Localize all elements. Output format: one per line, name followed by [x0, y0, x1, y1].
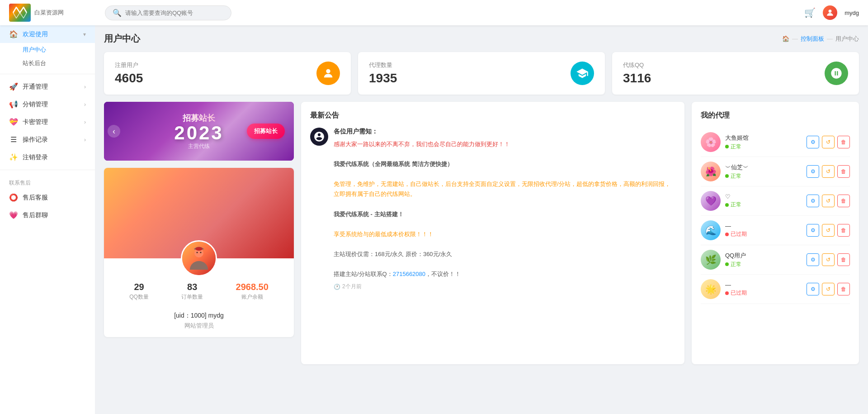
- right-column: 我的代理 🌸 大鱼姬馆 正常 ⚙ ↺ 🗑 🌺: [692, 102, 859, 364]
- stat-label-registered: 注册用户: [115, 61, 143, 69]
- sidebar-item-distribution[interactable]: 📢 分销管理 ›: [0, 95, 95, 113]
- agent-delete-btn[interactable]: 🗑: [837, 283, 850, 295]
- agents-list: 🌸 大鱼姬馆 正常 ⚙ ↺ 🗑 🌺 ︶仙芝︶: [701, 128, 850, 304]
- user-avatar[interactable]: [823, 5, 837, 20]
- agent-item: 🌟 — 已过期 ⚙ ↺ 🗑: [701, 275, 850, 304]
- logout-icon: ✨: [9, 153, 18, 162]
- profile-role: 网站管理员: [104, 322, 294, 337]
- sidebar-item-card-manage[interactable]: 💝 卡密管理 ›: [0, 113, 95, 131]
- svg-point-4: [200, 252, 202, 253]
- profile-card: 29 QQ数量 83 订单数量 2968.50 账户余额 [uid：1000] …: [104, 168, 294, 337]
- search-bar[interactable]: 🔍: [105, 5, 231, 20]
- status-dot: [725, 145, 729, 148]
- breadcrumb-home-icon[interactable]: 🏠: [782, 35, 789, 42]
- agent-actions: ⚙ ↺ 🗑: [807, 165, 850, 178]
- ann-time: 🕐 2个月前: [334, 283, 675, 290]
- stat-info-agents: 代理数量 1935: [369, 61, 397, 86]
- logo-text: 白菜资源网: [34, 9, 64, 17]
- agent-item: 🌺 ︶仙芝︶ 正常 ⚙ ↺ 🗑: [701, 157, 850, 186]
- stat-value-agents: 1935: [369, 71, 397, 86]
- agent-avatar: 🌟: [701, 279, 721, 299]
- stat-label-agents: 代理数量: [369, 61, 397, 69]
- banner-sub-text: 主营代练: [174, 143, 223, 150]
- ann-line-3: 免管理，免维护，无需建站，自己做站长，后台支持全页面自定义设置，无限招收代理/分…: [334, 179, 675, 199]
- agent-info: — 已过期: [725, 223, 802, 238]
- sidebar-item-logout[interactable]: ✨ 注销登录: [0, 148, 95, 166]
- svg-rect-5: [195, 247, 203, 251]
- agent-status: 正常: [725, 201, 802, 209]
- sidebar-item-open-manage[interactable]: 🚀 开通管理 ›: [0, 78, 95, 95]
- status-dot: [725, 233, 729, 236]
- agent-status: 正常: [725, 172, 802, 180]
- agent-refresh-btn[interactable]: ↺: [822, 136, 835, 148]
- profile-qq-value: 29: [129, 282, 149, 292]
- agent-settings-btn[interactable]: ⚙: [807, 136, 819, 148]
- ann-notice-label: 各位用户需知：: [334, 128, 675, 136]
- agent-status: 已过期: [725, 289, 802, 297]
- agent-settings-btn[interactable]: ⚙: [807, 224, 819, 237]
- sidebar-item-operation-log[interactable]: ☰ 操作记录 ›: [0, 131, 95, 148]
- banner-prev-btn[interactable]: ‹: [108, 125, 120, 138]
- agent-delete-btn[interactable]: 🗑: [837, 224, 850, 237]
- banner-card: ‹ 招募站长 2023 主营代练 招募站长: [104, 102, 294, 161]
- agent-status: 正常: [725, 261, 802, 268]
- agent-actions: ⚙ ↺ 🗑: [807, 253, 850, 266]
- agent-settings-btn[interactable]: ⚙: [807, 283, 819, 295]
- agent-settings-btn[interactable]: ⚙: [807, 253, 819, 266]
- agent-refresh-btn[interactable]: ↺: [822, 165, 835, 178]
- sidebar-item-after-service[interactable]: ⭕ 售后客服: [0, 189, 95, 206]
- profile-background: [104, 168, 294, 258]
- stat-icon-qq: [825, 62, 848, 85]
- agent-item: 💜 ♡ 正常 ⚙ ↺ 🗑: [701, 186, 850, 216]
- clock-icon: 🕐: [334, 284, 340, 290]
- agent-delete-btn[interactable]: 🗑: [837, 165, 850, 178]
- sidebar-item-welcome[interactable]: 🏠 欢迎使用 ▾: [0, 25, 95, 43]
- agent-delete-btn[interactable]: 🗑: [837, 195, 850, 207]
- banner-year-text: 2023: [174, 124, 223, 143]
- sidebar-item-after-group[interactable]: 💗 售后群聊: [0, 206, 95, 224]
- sidebar-item-user-center[interactable]: 用户中心: [0, 43, 95, 57]
- ann-line-6: 主站现价仅需：168元/永久 原价：360元/永久: [334, 249, 675, 259]
- cart-icon[interactable]: 🛒: [804, 7, 816, 18]
- sidebar: 🏠 欢迎使用 ▾ 用户中心 站长后台 🚀 开通管理 › 📢 分销管理 › 💝: [0, 25, 95, 414]
- logo-image: [9, 4, 31, 22]
- ann-text-body: 感谢大家一路以来的不离不弃，我们也会尽自己的能力做到更好！！ 我爱代练系统（全网…: [334, 139, 675, 279]
- agent-name: 大鱼姬馆: [725, 134, 802, 142]
- middle-column: 最新公告 各位用户需知： 感谢大家一路以来的不离不弃，我们也会尽自己的能力做到更…: [301, 102, 684, 364]
- home-icon: 🏠: [9, 30, 18, 38]
- agent-name: ♡: [725, 193, 802, 200]
- sidebar-open-label: 开通管理: [23, 83, 48, 91]
- sidebar-item-site-backend[interactable]: 站长后台: [0, 57, 95, 70]
- agent-name: —: [725, 223, 802, 229]
- agent-refresh-btn[interactable]: ↺: [822, 283, 835, 295]
- agents-title: 我的代理: [701, 111, 850, 120]
- agent-settings-btn[interactable]: ⚙: [807, 195, 819, 207]
- card-icon: 💝: [9, 118, 18, 126]
- chevron-right-icon2: ›: [84, 101, 86, 108]
- profile-uid: [uid：1000] mydg: [104, 308, 294, 322]
- agent-settings-btn[interactable]: ⚙: [807, 165, 819, 178]
- search-icon: 🔍: [113, 9, 122, 17]
- agent-refresh-btn[interactable]: ↺: [822, 224, 835, 237]
- header-left: 白菜资源网 🔍: [9, 4, 231, 22]
- agent-delete-btn[interactable]: 🗑: [837, 136, 850, 148]
- breadcrumb-dashboard[interactable]: 控制面板: [801, 35, 824, 43]
- agent-item: 🌸 大鱼姬馆 正常 ⚙ ↺ 🗑: [701, 128, 850, 157]
- search-input[interactable]: [125, 10, 224, 16]
- sidebar-logout-label: 注销登录: [23, 153, 48, 162]
- announcement-card: 最新公告 各位用户需知： 感谢大家一路以来的不离不弃，我们也会尽自己的能力做到更…: [301, 102, 684, 364]
- stat-info-proxy-qq: 代练QQ 3116: [623, 61, 651, 86]
- rocket-icon: 🚀: [9, 82, 18, 91]
- agent-delete-btn[interactable]: 🗑: [837, 253, 850, 266]
- agent-refresh-btn[interactable]: ↺: [822, 253, 835, 266]
- breadcrumb: 🏠 — 控制面板 — 用户中心: [782, 35, 859, 43]
- chevron-down-icon: ▾: [83, 31, 86, 38]
- user-name[interactable]: mydg: [844, 10, 859, 16]
- banner-recruit-btn[interactable]: 招募站长: [247, 124, 285, 139]
- agent-actions: ⚙ ↺ 🗑: [807, 283, 850, 295]
- breadcrumb-current: 用户中心: [835, 35, 859, 43]
- agent-refresh-btn[interactable]: ↺: [822, 195, 835, 207]
- chevron-right-icon: ›: [84, 84, 86, 90]
- chevron-right-icon4: ›: [84, 137, 86, 143]
- agent-info: ♡ 正常: [725, 193, 802, 209]
